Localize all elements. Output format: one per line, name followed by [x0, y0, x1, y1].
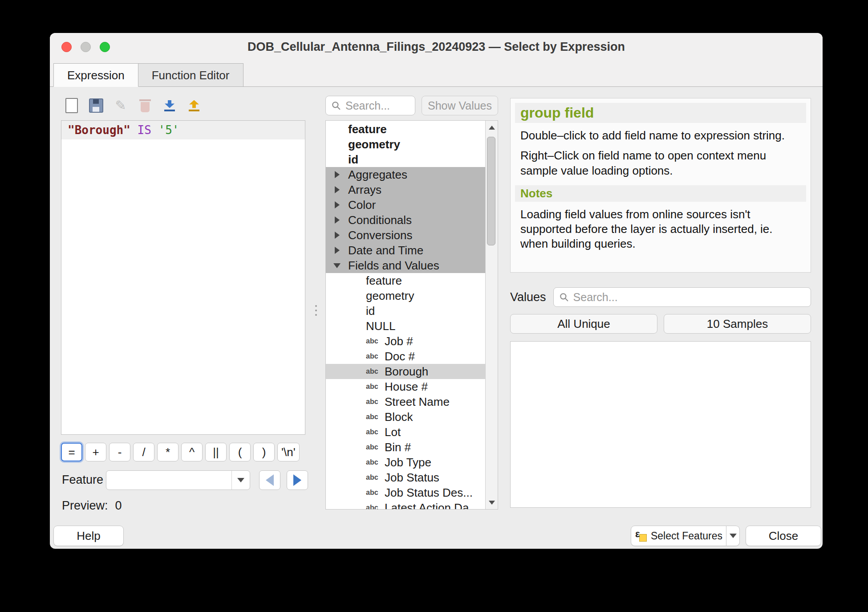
tree-scrollbar[interactable] — [485, 121, 498, 509]
delete-expression-icon[interactable] — [136, 96, 154, 115]
operator-button-multiply[interactable]: * — [157, 443, 178, 461]
scroll-up-icon — [489, 126, 495, 130]
select-features-button[interactable]: Select Features — [631, 526, 726, 546]
tree-item-lot[interactable]: abcLot — [326, 424, 486, 440]
values-search-box[interactable] — [553, 287, 811, 307]
feature-label: Feature — [62, 473, 103, 487]
close-button[interactable]: Close — [746, 526, 821, 546]
function-search-box[interactable] — [325, 96, 415, 115]
tree-item-id[interactable]: id — [326, 303, 486, 318]
desktop-background: DOB_Cellular_Antenna_Filings_20240923 — … — [0, 0, 868, 612]
expand-icon[interactable] — [335, 216, 340, 224]
new-expression-icon[interactable] — [62, 96, 81, 115]
import-expression-icon[interactable] — [160, 96, 179, 115]
collapse-icon[interactable] — [333, 263, 341, 268]
expand-icon[interactable] — [335, 186, 340, 193]
tree-item-house[interactable]: abcHouse # — [326, 379, 486, 394]
help-button[interactable]: Help — [53, 526, 124, 546]
tree-item-geometry[interactable]: geometry — [326, 288, 486, 303]
tree-item-label: Conversions — [348, 228, 413, 242]
tree-item-job-type[interactable]: abcJob Type — [326, 455, 486, 470]
tree-item-fields-and-values[interactable]: Fields and Values — [326, 258, 486, 273]
tree-item-date-and-time[interactable]: Date and Time — [326, 243, 486, 258]
next-feature-button[interactable] — [287, 470, 308, 490]
tree-item-label: feature — [366, 274, 402, 288]
search-icon — [559, 292, 569, 302]
operator-button-concatenate[interactable]: || — [205, 443, 227, 461]
function-help-panel: group field Double–click to add field na… — [510, 98, 811, 273]
tree-item-conditionals[interactable]: Conditionals — [326, 212, 486, 228]
tree-item-street-name[interactable]: abcStreet Name — [326, 394, 486, 409]
expand-icon[interactable] — [335, 201, 340, 208]
tree-item-latest-action-da[interactable]: abcLatest Action Da... — [326, 500, 486, 509]
operator-button-plus[interactable]: + — [85, 443, 106, 461]
tab-expression[interactable]: Expression — [53, 63, 138, 87]
scroll-up-button[interactable] — [486, 121, 498, 134]
pencil-icon: ✎ — [115, 99, 126, 112]
tree-item-label: Bin # — [385, 441, 411, 454]
expression-text: "Borough" IS '5' — [61, 121, 305, 139]
previous-feature-button[interactable] — [259, 470, 280, 490]
operator-button-divide[interactable]: / — [133, 443, 154, 461]
save-expression-icon[interactable] — [87, 96, 105, 115]
tree-item-label: id — [348, 153, 358, 167]
scrollbar-thumb[interactable] — [487, 137, 495, 245]
feature-dropdown-button[interactable] — [231, 471, 250, 490]
tree-item-borough[interactable]: abcBorough — [326, 364, 486, 379]
all-unique-button[interactable]: All Unique — [510, 314, 657, 334]
tree-item-id[interactable]: id — [326, 152, 486, 167]
expand-icon[interactable] — [335, 171, 340, 178]
tree-item-null[interactable]: NULL — [326, 318, 486, 334]
tab-function-editor[interactable]: Function Editor — [138, 63, 243, 87]
tree-item-feature[interactable]: feature — [326, 273, 486, 288]
feature-input[interactable] — [106, 474, 231, 487]
operator-button-open-paren[interactable]: ( — [229, 443, 251, 461]
tree-item-bin[interactable]: abcBin # — [326, 440, 486, 455]
operator-button-equals[interactable]: = — [61, 443, 82, 461]
expression-token-string: '5' — [158, 123, 179, 137]
function-search-input[interactable] — [345, 99, 410, 113]
text-field-icon: abc — [366, 428, 381, 436]
download-arrow-icon — [165, 100, 174, 108]
expand-icon[interactable] — [335, 232, 340, 239]
feature-combobox[interactable] — [106, 470, 250, 490]
select-features-dropdown-button[interactable] — [726, 526, 740, 546]
tree-item-arrays[interactable]: Arrays — [326, 182, 486, 197]
ten-samples-button[interactable]: 10 Samples — [664, 314, 811, 334]
next-arrow-icon — [293, 474, 301, 486]
tree-item-block[interactable]: abcBlock — [326, 409, 486, 424]
tree-item-geometry[interactable]: geometry — [326, 137, 486, 152]
scroll-down-button[interactable] — [486, 496, 498, 509]
tree-item-label: Borough — [385, 365, 428, 379]
text-field-icon: abc — [366, 504, 381, 509]
operator-button-minus[interactable]: - — [109, 443, 130, 461]
tree-item-conversions[interactable]: Conversions — [326, 228, 486, 243]
text-field-icon: abc — [366, 337, 381, 345]
tree-item-job-status-des[interactable]: abcJob Status Des... — [326, 485, 486, 500]
expression-editor[interactable]: "Borough" IS '5' — [61, 120, 305, 435]
show-values-button[interactable]: Show Values — [422, 96, 498, 115]
tree-item-feature[interactable]: feature — [326, 122, 486, 137]
operator-button-newline[interactable]: '\n' — [277, 443, 300, 461]
tree-item-doc[interactable]: abcDoc # — [326, 349, 486, 364]
operator-button-close-paren[interactable]: ) — [253, 443, 275, 461]
notes-title: Notes — [515, 185, 806, 202]
tree-item-aggregates[interactable]: Aggregates — [326, 167, 486, 182]
tree-item-job[interactable]: abcJob # — [326, 334, 486, 349]
tree-item-label: Date and Time — [348, 244, 423, 257]
panel-splitter-handle[interactable] — [314, 300, 318, 321]
preview-row: Preview: 0 — [62, 499, 122, 513]
text-field-icon: abc — [366, 458, 381, 466]
export-expression-icon[interactable] — [185, 96, 203, 115]
tree-item-color[interactable]: Color — [326, 197, 486, 212]
operator-button-power[interactable]: ^ — [181, 443, 203, 461]
edit-expression-icon[interactable]: ✎ — [111, 96, 130, 115]
values-search-input[interactable] — [572, 290, 805, 304]
text-field-icon: abc — [366, 367, 381, 375]
text-field-icon: abc — [366, 489, 381, 497]
tree-item-label: Lot — [385, 425, 401, 439]
expand-icon[interactable] — [335, 247, 340, 254]
values-list[interactable] — [510, 341, 811, 508]
tree-item-job-status[interactable]: abcJob Status — [326, 470, 486, 485]
tree-item-label: Aggregates — [348, 168, 407, 182]
